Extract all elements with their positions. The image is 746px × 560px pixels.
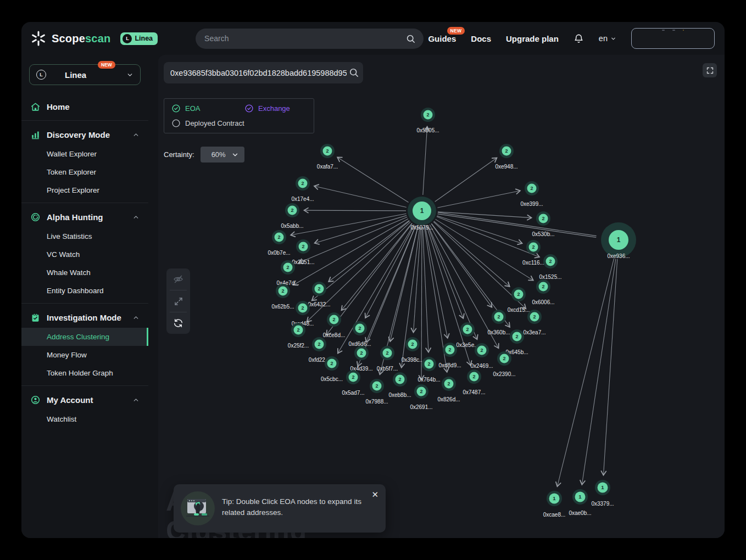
graph-node[interactable]: 20x360b...	[487, 310, 510, 335]
sidebar-item-alpha-hunting[interactable]: Alpha Hunting	[21, 206, 148, 227]
sidebar-subitem-label: Whale Watch	[47, 268, 91, 277]
fit-view-button[interactable]	[166, 290, 190, 312]
refresh-button[interactable]	[166, 312, 190, 334]
sidebar-item-discovery-mode[interactable]: Discovery Mode	[21, 124, 148, 145]
graph-node[interactable]: 20x4d39...	[350, 346, 372, 372]
node-label: 0xd6d6...	[348, 341, 371, 347]
graph-node[interactable]: 20xafa7...	[317, 144, 338, 170]
sidebar: L Linea NEW Home Discovery ModeWallet Ex…	[21, 55, 148, 538]
graph-node[interactable]: 20x398c...	[402, 337, 424, 363]
nav-item-upgrade-plan[interactable]: Upgrade plan	[506, 34, 559, 43]
tip-illustration	[181, 491, 215, 525]
wallet-connect-widget[interactable]	[631, 28, 715, 49]
node-badge: 2	[549, 259, 552, 264]
graph-node[interactable]: 10x3379...	[591, 480, 614, 507]
graph-node[interactable]: 20x6432...	[308, 282, 330, 307]
sidebar-subitem-label: Token Explorer	[47, 168, 96, 176]
graph-node[interactable]: 20x0b7e...	[268, 230, 290, 256]
address-input[interactable]	[164, 62, 363, 83]
node-label: 0x1525...	[539, 274, 561, 280]
graph-node[interactable]: 20xe399...	[520, 181, 543, 207]
nav-item-docs[interactable]: Docs	[471, 34, 491, 43]
sidebar-item-home[interactable]: Home	[21, 96, 148, 117]
sidebar-subitem-token-holder-graph[interactable]: Token Holder Graph	[21, 364, 148, 382]
sidebar-subitem-project-explorer[interactable]: Project Explorer	[21, 181, 148, 199]
graph-edge	[437, 217, 539, 257]
sidebar-item-my-account[interactable]: My Account	[21, 389, 148, 410]
node-label: 0x7988...	[365, 399, 388, 405]
graph-edge	[304, 210, 406, 211]
search-icon[interactable]	[348, 67, 359, 78]
legend-item-exchange[interactable]: Exchange	[244, 104, 307, 114]
bell-icon[interactable]	[574, 33, 584, 44]
graph-node[interactable]: 10xae0b...	[569, 489, 591, 516]
sidebar-subitem-entity-dashboard[interactable]: Entity Dashboard	[21, 282, 148, 300]
node-badge: 2	[542, 284, 544, 289]
global-search[interactable]	[196, 29, 424, 49]
legend-item-deployed-contract[interactable]: Deployed Contract	[171, 119, 307, 128]
sidebar-item-investigation-mode[interactable]: Investigation Mode	[21, 307, 148, 328]
sidebar-subitem-wallet-explorer[interactable]: Wallet Explorer	[21, 145, 148, 163]
graph-node[interactable]: 20x7487...	[463, 369, 485, 395]
graph-node[interactable]: 20x1525...	[539, 254, 561, 280]
node-label: 0xce8d...	[323, 332, 346, 338]
language-selector[interactable]: en	[599, 34, 616, 43]
graph-node[interactable]: 20x25f2...	[288, 323, 309, 349]
node-type-legend: EOAExchangeDeployed Contract	[164, 98, 314, 133]
graph-node[interactable]: 20x6006...	[532, 279, 554, 305]
graph-node[interactable]: 20x2390...	[493, 351, 515, 377]
graph-edge	[291, 214, 407, 235]
node-label: 0x17e4...	[291, 196, 314, 202]
graph-node[interactable]: 20xcd15...	[508, 287, 530, 313]
graph-node[interactable]: 20x7988...	[365, 379, 388, 405]
node-badge: 2	[426, 112, 429, 117]
certainty-select[interactable]: 60%	[201, 147, 244, 163]
graph-edge	[436, 219, 533, 280]
sidebar-item-label: Discovery Mode	[47, 130, 110, 139]
hide-labels-button[interactable]	[166, 268, 190, 290]
graph-edge	[423, 127, 427, 195]
app-logo[interactable]: Scopescan L Linea	[30, 30, 158, 47]
graph-node[interactable]: 20x3e5e...	[456, 322, 478, 348]
sidebar-subitem-live-statistics[interactable]: Live Statistics	[21, 227, 148, 245]
graph-node[interactable]: 20xb5f7...	[377, 346, 398, 372]
graph-node[interactable]: 20x826d...	[437, 377, 460, 402]
sidebar-subitem-address-clustering[interactable]: Address Clustering	[21, 328, 148, 346]
legend-label: Deployed Contract	[185, 119, 244, 127]
sidebar-subitem-whale-watch[interactable]: Whale Watch	[21, 264, 148, 282]
graph-node[interactable]: 20xc116...	[522, 240, 544, 266]
graph-node[interactable]: 20xe948...	[495, 144, 517, 170]
graph-node[interactable]: 10x5075...	[408, 197, 436, 231]
graph-node[interactable]: 20x2691...	[410, 384, 432, 410]
graph-node[interactable]: 20x530b...	[532, 211, 554, 237]
sidebar-subitem-token-explorer[interactable]: Token Explorer	[21, 163, 148, 181]
graph-node[interactable]: 20x5805...	[416, 108, 439, 133]
app-window: Scopescan L Linea GuidesNEWDocsUpgrade p…	[21, 22, 725, 538]
close-icon[interactable]: ✕	[371, 490, 378, 499]
graph-edge	[329, 221, 409, 282]
graph-node[interactable]: 20x5ad7...	[342, 370, 364, 396]
network-selector[interactable]: L Linea NEW	[29, 64, 141, 85]
graph-edge	[314, 186, 406, 208]
node-label: 0x5cbc...	[321, 376, 343, 382]
node-badge: 2	[505, 148, 508, 154]
graph-node[interactable]: 10xe936...	[601, 222, 636, 259]
graph-node[interactable]: 20x2051...	[292, 239, 314, 265]
graph-node[interactable]: 20x62b5...	[271, 284, 294, 310]
node-badge: 2	[472, 374, 475, 379]
sidebar-subitem-vc-watch[interactable]: VC Watch	[21, 245, 148, 264]
graph-node[interactable]: 20x5abb...	[281, 203, 303, 229]
graph-node[interactable]: 20x17e4...	[291, 176, 314, 202]
graph-node[interactable]: 20xd6d6...	[348, 321, 371, 347]
graph-node[interactable]: 10xcae8...	[543, 491, 566, 518]
fullscreen-button[interactable]	[703, 63, 717, 77]
graph-node[interactable]: 20xeb8b...	[388, 372, 411, 398]
legend-item-eoa[interactable]: EOA	[171, 104, 244, 114]
sidebar-subitem-money-flow[interactable]: Money Flow	[21, 346, 148, 364]
graph-node[interactable]: 20x3ea7...	[523, 310, 545, 335]
sidebar-subitem-watchlist[interactable]: Watchlist	[21, 410, 148, 428]
nav-item-guides[interactable]: GuidesNEW	[428, 34, 456, 43]
graph-edge	[603, 259, 617, 475]
graph-node[interactable]: 20xce8d...	[323, 312, 346, 338]
search-input[interactable]	[204, 34, 405, 43]
